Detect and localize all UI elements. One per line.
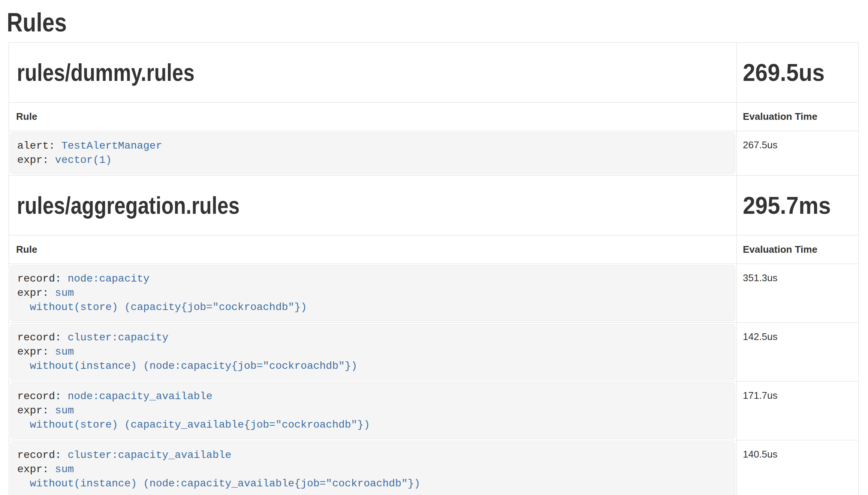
rule-group-name: rules/dummy.rules <box>17 59 621 86</box>
rule-cell: record: node:capacity expr: sum without(… <box>9 264 737 323</box>
expression-link[interactable]: without(store) (capacity_available{job="… <box>17 419 370 431</box>
yaml-key: expr: <box>17 464 55 475</box>
rule-row: alert: TestAlertManager expr: vector(1)2… <box>9 131 859 176</box>
rule-definition: record: node:capacity_available expr: su… <box>10 383 735 439</box>
yaml-key: record: <box>17 273 67 285</box>
yaml-key: expr: <box>17 287 55 299</box>
yaml-key: alert: <box>17 140 61 152</box>
rule-evaluation-time: 267.5us <box>737 131 859 176</box>
rule-evaluation-time: 140.5us <box>737 440 859 495</box>
rule-group-eval-cell: 295.7ms <box>737 176 859 236</box>
expression-link[interactable]: sum <box>55 287 74 299</box>
expression-link[interactable]: vector(1) <box>55 154 112 166</box>
rule-group-name-cell: rules/dummy.rules <box>9 43 737 103</box>
expression-link[interactable]: without(instance) (node:capacity_availab… <box>17 478 420 489</box>
rule-row: record: cluster:capacity expr: sum witho… <box>9 323 859 382</box>
rule-row: record: node:capacity expr: sum without(… <box>9 264 859 323</box>
expression-link[interactable]: TestAlertManager <box>61 140 162 152</box>
rule-column-header: Rule <box>9 236 737 264</box>
rule-evaluation-time: 171.7us <box>737 382 859 440</box>
column-header-row: RuleEvaluation Time <box>9 103 859 131</box>
expression-link[interactable]: without(store) (capacity{job="cockroachd… <box>17 301 307 313</box>
rules-table-body: rules/dummy.rules269.5usRuleEvaluation T… <box>9 43 859 495</box>
yaml-key: record: <box>17 332 67 343</box>
rule-cell: alert: TestAlertManager expr: vector(1) <box>9 131 737 176</box>
rule-definition: record: node:capacity expr: sum without(… <box>10 265 735 321</box>
rule-definition: record: cluster:capacity expr: sum witho… <box>10 324 735 380</box>
column-header-row: RuleEvaluation Time <box>9 236 859 264</box>
rule-evaluation-time: 142.5us <box>737 323 859 382</box>
yaml-key: record: <box>17 449 67 461</box>
yaml-key: expr: <box>17 154 55 166</box>
expression-link[interactable]: sum <box>55 405 74 416</box>
page-title: Rules <box>7 8 730 37</box>
rule-column-header: Rule <box>9 103 737 131</box>
yaml-key: record: <box>17 391 67 402</box>
yaml-key: expr: <box>17 346 55 358</box>
rule-group-header-row: rules/dummy.rules269.5us <box>9 43 859 103</box>
rule-cell: record: cluster:capacity expr: sum witho… <box>9 323 737 382</box>
expression-link[interactable]: cluster:capacity <box>67 332 168 343</box>
expression-link[interactable]: sum <box>55 346 74 358</box>
rule-definition: record: cluster:capacity_available expr:… <box>10 441 735 495</box>
expression-link[interactable]: node:capacity <box>67 273 149 285</box>
rule-row: record: node:capacity_available expr: su… <box>9 382 859 440</box>
evaluation-time-column-header: Evaluation Time <box>737 236 859 264</box>
rule-group-name: rules/aggregation.rules <box>17 192 621 219</box>
rule-group-evaluation-time: 269.5us <box>743 59 850 86</box>
rule-cell: record: node:capacity_available expr: su… <box>9 382 737 440</box>
rule-group-header-row: rules/aggregation.rules295.7ms <box>9 176 859 236</box>
rule-cell: record: cluster:capacity_available expr:… <box>9 440 737 495</box>
yaml-key: expr: <box>17 405 55 416</box>
rule-row: record: cluster:capacity_available expr:… <box>9 440 859 495</box>
expression-link[interactable]: node:capacity_available <box>67 391 212 402</box>
rule-group-evaluation-time: 295.7ms <box>743 192 850 219</box>
expression-link[interactable]: cluster:capacity_available <box>67 449 231 461</box>
expression-link[interactable]: without(instance) (node:capacity{job="co… <box>17 360 357 372</box>
evaluation-time-column-header: Evaluation Time <box>737 103 859 131</box>
expression-link[interactable]: sum <box>55 464 74 475</box>
rule-definition: alert: TestAlertManager expr: vector(1) <box>10 132 735 174</box>
rule-evaluation-time: 351.3us <box>737 264 859 323</box>
rule-group-name-cell: rules/aggregation.rules <box>9 176 737 236</box>
rule-group-eval-cell: 269.5us <box>737 43 859 103</box>
rules-table: rules/dummy.rules269.5usRuleEvaluation T… <box>9 42 859 495</box>
